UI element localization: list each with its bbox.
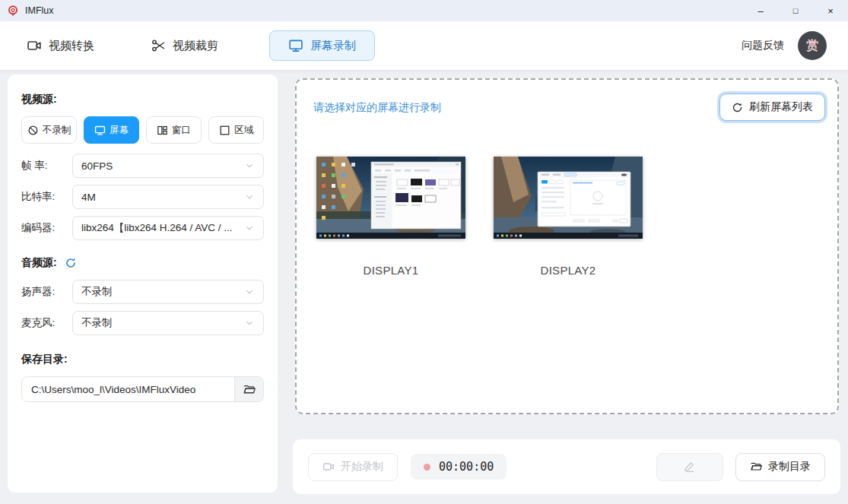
encoder-label: 编码器:: [21, 221, 72, 235]
chevron-down-icon: [244, 160, 255, 171]
display-label: DISPLAY1: [316, 264, 465, 277]
source-region-button[interactable]: 区域: [208, 116, 264, 144]
source-no-record-button[interactable]: 不录制: [21, 116, 77, 144]
record-directory-label: 录制目录: [768, 460, 811, 474]
bitrate-select[interactable]: 4M: [72, 185, 264, 209]
pencil-icon: [684, 461, 696, 473]
audio-source-label-row: 音频源:: [21, 256, 264, 270]
save-dir-control: [21, 376, 264, 402]
speaker-row: 扬声器: 不录制: [21, 280, 264, 304]
bitrate-label: 比特率:: [21, 190, 72, 204]
source-window-button[interactable]: 窗口: [146, 116, 202, 144]
nav-right: 问题反馈 赏: [742, 31, 827, 60]
tab-label: 视频裁剪: [173, 39, 218, 53]
encoder-value: libx264【libx264 H.264 / AVC / ...: [81, 221, 240, 235]
microphone-value: 不录制: [81, 316, 240, 330]
framerate-row: 帧 率: 60FPS: [21, 154, 264, 178]
record-dot-icon: [424, 464, 430, 471]
timer-value: 00:00:00: [439, 460, 494, 474]
source-option-label: 屏幕: [110, 124, 129, 137]
video-camera-icon: [27, 38, 42, 53]
tab-screen-record[interactable]: 屏幕录制: [269, 30, 375, 61]
source-option-label: 窗口: [172, 124, 191, 137]
display1-screenshot: [316, 157, 465, 239]
microphone-select[interactable]: 不录制: [72, 311, 264, 335]
start-record-label: 开始录制: [341, 460, 383, 474]
speaker-value: 不录制: [81, 285, 240, 299]
video-camera-icon: [322, 461, 335, 473]
refresh-audio-icon[interactable]: [65, 257, 77, 269]
save-dir-label: 保存目录:: [21, 353, 264, 366]
feedback-link[interactable]: 问题反馈: [742, 39, 784, 52]
maximize-button[interactable]: □: [778, 0, 813, 21]
start-record-button[interactable]: 开始录制: [308, 453, 398, 481]
record-timer: 00:00:00: [411, 454, 507, 480]
display-thumbnail-1[interactable]: DISPLAY1: [316, 157, 465, 277]
record-directory-button[interactable]: 录制目录: [735, 453, 825, 481]
chevron-down-icon: [244, 318, 255, 328]
record-control-bar: 开始录制 00:00:00 录制目录: [293, 439, 840, 494]
tab-video-crop[interactable]: 视频裁剪: [145, 30, 224, 61]
chevron-down-icon: [244, 192, 255, 202]
framerate-select[interactable]: 60FPS: [72, 154, 264, 178]
window-controls: – □ ×: [743, 0, 848, 21]
refresh-icon: [732, 102, 743, 113]
folder-open-icon: [750, 461, 762, 473]
encoder-select[interactable]: libx264【libx264 H.264 / AVC / ...: [72, 216, 264, 240]
app-logo-icon: [7, 5, 19, 17]
displays-row: DISPLAY1: [316, 157, 825, 277]
region-icon: [219, 125, 230, 136]
app-title: IMFlux: [25, 5, 54, 16]
bitrate-value: 4M: [81, 192, 240, 203]
minimize-button[interactable]: –: [743, 0, 778, 21]
app-window: IMFlux – □ × 视频转换 视频裁剪: [0, 0, 848, 504]
reward-button[interactable]: 赏: [798, 31, 827, 60]
source-screen-button[interactable]: 屏幕: [84, 116, 139, 144]
folder-icon: [243, 383, 256, 396]
display-label: DISPLAY2: [494, 264, 643, 277]
chevron-down-icon: [244, 223, 255, 233]
close-button[interactable]: ×: [813, 0, 848, 21]
video-source-label: 视频源:: [21, 93, 264, 106]
refresh-screen-list-button[interactable]: 刷新屏幕列表: [719, 94, 825, 121]
source-option-label: 区域: [234, 124, 253, 137]
monitor-icon: [94, 125, 106, 136]
screen-select-hint: 请选择对应的屏幕进行录制: [313, 101, 441, 115]
encoder-row: 编码器: libx264【libx264 H.264 / AVC / ...: [21, 216, 264, 240]
video-source-options: 不录制 屏幕 窗口: [21, 116, 264, 144]
tab-label: 视频转换: [49, 39, 94, 53]
refresh-button-label: 刷新屏幕列表: [749, 100, 813, 114]
browse-folder-button[interactable]: [234, 377, 263, 401]
speaker-select[interactable]: 不录制: [72, 280, 264, 304]
microphone-row: 麦克风: 不录制: [21, 311, 264, 335]
panel-head: 请选择对应的屏幕进行录制 刷新屏幕列表: [309, 94, 825, 121]
save-dir-input[interactable]: [22, 377, 234, 401]
scissors-icon: [151, 38, 166, 53]
edit-filename-button[interactable]: [656, 453, 723, 481]
titlebar: IMFlux – □ ×: [0, 0, 848, 21]
no-record-icon: [27, 125, 39, 136]
tab-video-convert[interactable]: 视频转换: [21, 30, 100, 61]
window-icon: [157, 125, 168, 136]
screen-picker-panel: 请选择对应的屏幕进行录制 刷新屏幕列表: [295, 78, 839, 414]
display2-screenshot: [494, 157, 643, 239]
display-thumbnail-2[interactable]: DISPLAY2: [494, 157, 643, 277]
source-option-label: 不录制: [43, 124, 71, 137]
monitor-icon: [288, 38, 303, 53]
microphone-label: 麦克风:: [21, 316, 72, 330]
audio-source-label: 音频源:: [21, 256, 57, 270]
framerate-label: 帧 率:: [21, 159, 72, 173]
main-content: 视频源: 不录制 屏幕: [0, 70, 848, 504]
nav-bar: 视频转换 视频裁剪 屏幕录制 问题反馈 赏: [0, 21, 848, 70]
tab-label: 屏幕录制: [310, 39, 356, 53]
speaker-label: 扬声器:: [21, 285, 72, 299]
framerate-value: 60FPS: [81, 160, 240, 172]
chevron-down-icon: [244, 287, 255, 297]
settings-panel: 视频源: 不录制 屏幕: [8, 74, 278, 493]
bitrate-row: 比特率: 4M: [21, 185, 264, 209]
